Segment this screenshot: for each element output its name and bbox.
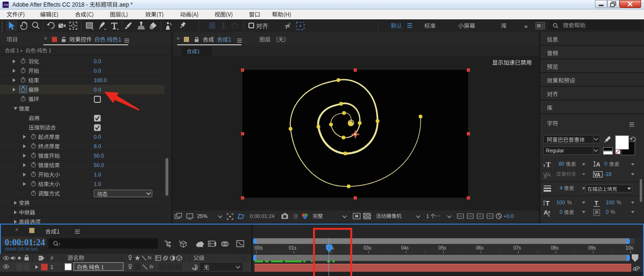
svg-text:T: T xyxy=(545,200,550,207)
svg-text:01s: 01s xyxy=(289,245,297,251)
svg-text:03s: 03s xyxy=(363,245,371,251)
svg-text:T: T xyxy=(546,161,551,168)
svg-text:09s: 09s xyxy=(588,245,596,251)
svg-text:A: A xyxy=(547,172,551,178)
svg-text:VA: VA xyxy=(594,172,600,177)
svg-text:06s: 06s xyxy=(476,245,484,251)
svg-text:07s: 07s xyxy=(513,245,521,251)
svg-text:a: a xyxy=(548,209,550,214)
svg-text:04s: 04s xyxy=(401,245,409,251)
svg-text::00s: :00s xyxy=(254,245,263,251)
svg-text:10s: 10s xyxy=(626,245,633,251)
svg-text:т: т xyxy=(543,162,545,168)
svg-text:A: A xyxy=(596,161,601,168)
svg-text:T: T xyxy=(594,200,598,207)
svg-text:05s: 05s xyxy=(438,245,446,251)
svg-text:08s: 08s xyxy=(551,245,558,251)
